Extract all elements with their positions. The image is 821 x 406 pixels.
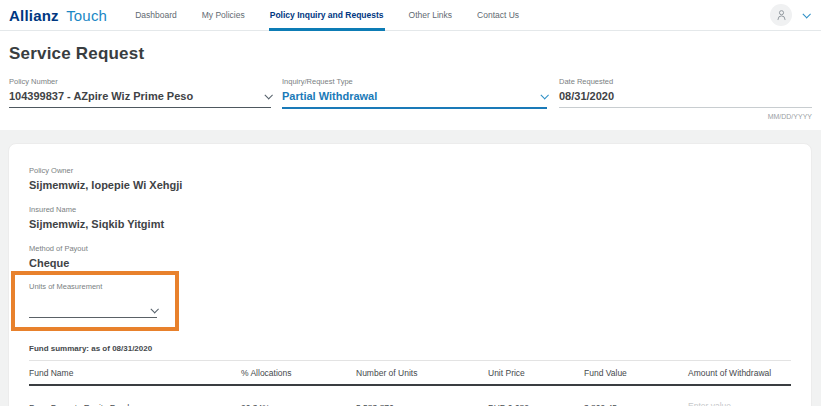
method-of-payout-group: Method of Payout Cheque	[29, 244, 791, 270]
nav-item-my-policies[interactable]: My Policies	[201, 0, 246, 31]
logo-brand-text: Allianz	[9, 7, 59, 24]
fund-value-cell: 3,809.45	[584, 403, 688, 406]
insured-name-value: Sijmemwiz, Siqkib Yitgimt	[29, 217, 791, 231]
request-fields-row: Policy Number 104399837 - AZpire Wiz Pri…	[9, 77, 812, 109]
page-body: Policy Owner Sijmemwiz, Iopepie Wi Xehgj…	[0, 130, 821, 406]
units-cell: 5,583.876	[356, 403, 488, 406]
unit-price-cell: PHP 0.682	[488, 403, 584, 406]
policy-number-chevron-down-icon[interactable]	[264, 91, 272, 99]
policy-number-label: Policy Number	[9, 77, 271, 86]
inquiry-type-field: Inquiry/Request Type Partial Withdrawal	[282, 77, 547, 109]
inquiry-type-select[interactable]: Partial Withdrawal	[282, 90, 547, 109]
allianz-touch-logo[interactable]: Allianz Touch	[9, 7, 107, 24]
column-header-fund-value: Fund Value	[584, 368, 688, 378]
policy-owner-label: Policy Owner	[29, 166, 791, 176]
units-of-measurement-select[interactable]	[29, 302, 157, 318]
app-window: Allianz Touch Dashboard My Policies Poli…	[0, 0, 821, 406]
column-header-fund-name: Fund Name	[29, 368, 241, 378]
date-requested-label: Date Requested	[559, 77, 812, 86]
insured-name-group: Insured Name Sijmemwiz, Siqkib Yitgimt	[29, 205, 791, 231]
top-navigation-bar: Allianz Touch Dashboard My Policies Poli…	[0, 0, 821, 31]
request-details-card: Policy Owner Sijmemwiz, Iopepie Wi Xehgj…	[8, 143, 812, 406]
insured-name-label: Insured Name	[29, 205, 791, 215]
policy-number-select[interactable]: 104399837 - AZpire Wiz Prime Peso	[9, 90, 271, 108]
person-icon	[776, 9, 787, 21]
policy-number-field: Policy Number 104399837 - AZpire Wiz Pri…	[9, 77, 271, 109]
withdrawal-amount-input[interactable]	[688, 399, 791, 406]
units-of-measurement-highlight-box: Units of Measurement	[11, 271, 179, 331]
date-requested-input[interactable]: 08/31/2020	[559, 90, 812, 108]
column-header-unit-price: Unit Price	[488, 368, 584, 378]
account-menu-chevron-down-icon[interactable]	[802, 10, 810, 18]
fund-table-header-row: Fund Name % Allocations Number of Units …	[29, 360, 791, 386]
nav-item-dashboard[interactable]: Dashboard	[134, 0, 178, 31]
nav-item-policy-inquiry-and-requests[interactable]: Policy Inquiry and Requests	[269, 0, 385, 31]
nav-item-other-links[interactable]: Other Links	[408, 0, 453, 31]
main-nav: Dashboard My Policies Policy Inquiry and…	[134, 0, 543, 31]
policy-number-value: 104399837 - AZpire Wiz Prime Peso	[9, 90, 193, 102]
fund-name-cell: Peso Dynasty Equity Fund	[29, 403, 241, 406]
nav-item-contact-us[interactable]: Contact Us	[476, 0, 520, 31]
user-avatar-button[interactable]	[770, 4, 792, 26]
inquiry-type-label: Inquiry/Request Type	[282, 77, 547, 86]
method-of-payout-value: Cheque	[29, 256, 791, 270]
service-request-header: Service Request Policy Number 104399837 …	[0, 31, 821, 130]
inquiry-type-chevron-down-icon[interactable]	[540, 91, 548, 99]
table-row: Peso Dynasty Equity Fund 20.34% 5,583.87…	[29, 386, 791, 406]
allocation-cell: 20.34%	[241, 403, 356, 406]
date-format-hint: MM/DD/YYYY	[9, 113, 812, 120]
column-header-number-of-units: Number of Units	[356, 368, 488, 378]
column-header-allocations: % Allocations	[241, 368, 356, 378]
units-of-measurement-label: Units of Measurement	[29, 282, 165, 292]
fund-summary-title: Fund summary: as of 08/31/2020	[29, 344, 791, 353]
page-title: Service Request	[9, 44, 812, 64]
column-header-amount-of-withdrawal: Amount of Withdrawal	[688, 368, 791, 378]
date-requested-field: Date Requested 08/31/2020	[559, 77, 812, 109]
policy-owner-group: Policy Owner Sijmemwiz, Iopepie Wi Xehgj…	[29, 166, 791, 192]
inquiry-type-value: Partial Withdrawal	[282, 90, 377, 102]
policy-owner-value: Sijmemwiz, Iopepie Wi Xehgji	[29, 178, 791, 192]
topbar-right	[770, 4, 809, 26]
method-of-payout-label: Method of Payout	[29, 244, 791, 254]
units-of-measurement-chevron-down-icon[interactable]	[150, 305, 158, 313]
fund-summary-table: Fund Name % Allocations Number of Units …	[29, 360, 791, 406]
date-requested-value: 08/31/2020	[559, 90, 614, 102]
logo-product-text: Touch	[66, 7, 107, 24]
